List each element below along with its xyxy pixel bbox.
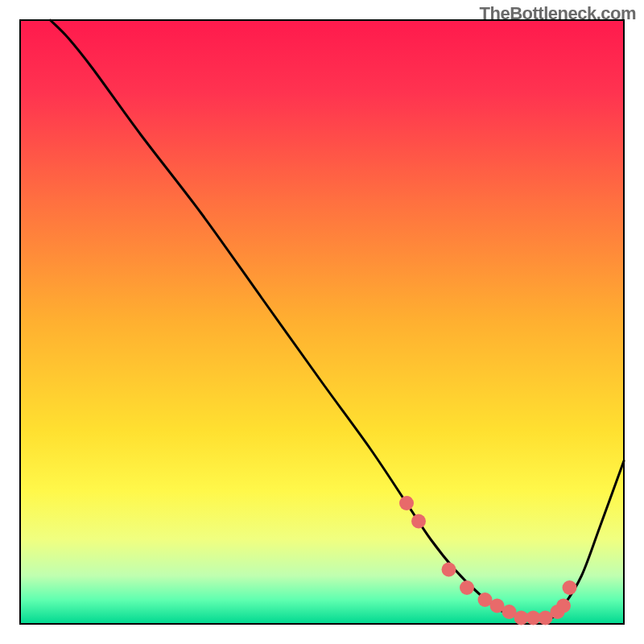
chart-container: TheBottleneck.com <box>0 0 644 644</box>
gradient-background <box>20 20 624 624</box>
marker-point <box>460 580 474 595</box>
marker-point <box>563 580 577 595</box>
watermark-text: TheBottleneck.com <box>480 3 636 24</box>
marker-point <box>556 599 571 613</box>
marker-point <box>442 563 456 577</box>
bottleneck-chart <box>0 0 644 644</box>
marker-point <box>399 496 414 510</box>
marker-point <box>411 514 426 529</box>
